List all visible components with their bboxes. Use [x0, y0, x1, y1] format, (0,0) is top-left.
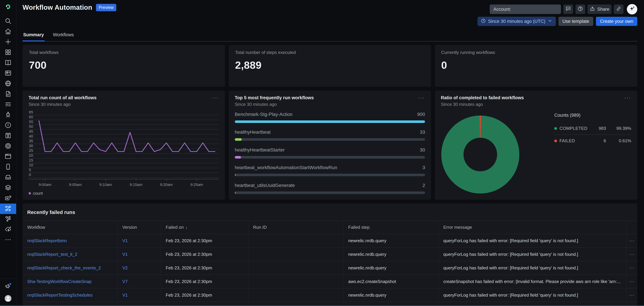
sidebar-item-apps-grid-icon[interactable] — [0, 47, 16, 58]
sidebar-icon-list — [0, 16, 16, 245]
line-chart-legend[interactable]: count — [28, 191, 219, 196]
bar-row-4[interactable]: heartbeat_workflowAutomationStartWorkflo… — [235, 165, 425, 176]
column-header-workflow[interactable]: Workflow — [22, 221, 118, 234]
sidebar-item-announcements-megaphone-icon[interactable] — [0, 282, 16, 291]
create-your-own-button[interactable]: Create your own — [596, 17, 637, 26]
svg-text:55: 55 — [29, 120, 33, 124]
topbar: Workflow Automation Preview Account: — [16, 0, 644, 41]
bar-row-2[interactable]: healthyHeartbeat33 — [235, 129, 425, 141]
column-header-run-id[interactable]: Run ID — [248, 221, 344, 234]
column-header-version[interactable]: Version — [118, 221, 161, 234]
sidebar-item-layers-stack-icon[interactable] — [0, 183, 16, 193]
row-menu-button[interactable]: ··· — [626, 261, 637, 275]
dashboards-icon — [4, 69, 12, 77]
column-header-failed-step[interactable]: Failed step — [344, 221, 439, 234]
link-icon — [616, 6, 622, 13]
browse-globe-icon — [4, 80, 12, 88]
account-picker-label: Account: — [494, 7, 511, 12]
chart-title: Ratio of completed to failed workflows — [441, 95, 524, 100]
cell-version-link[interactable]: V1 — [118, 288, 161, 302]
row-menu-button[interactable]: ··· — [626, 234, 637, 247]
alerts-octagon-icon — [4, 122, 12, 129]
help-icon — [578, 6, 583, 13]
help-button[interactable] — [576, 4, 585, 14]
cell-failed-on: Feb 23, 2026 at 2:30pm — [161, 275, 248, 288]
cell-workflow-link[interactable]: nrqlSlackReport_test_it_2 — [22, 248, 118, 261]
tab-summary[interactable]: Summary — [22, 30, 44, 41]
cell-version-link[interactable]: V1 — [118, 248, 161, 261]
card-menu-button[interactable]: ··· — [418, 95, 425, 100]
bar-row-5[interactable]: heartbeat_utilsUuidGenerate2 — [235, 183, 425, 194]
time-range-picker[interactable]: Since 30 minutes ago (UTC) — [478, 17, 556, 26]
row-menu-button[interactable]: ··· — [626, 248, 637, 261]
sidebar-item-dashboards-icon[interactable] — [0, 68, 16, 79]
legend-row-failed[interactable]: FAILED60.61% — [554, 135, 631, 147]
sidebar-item-infrastructure-hosts-icon[interactable] — [0, 131, 16, 141]
bar-label: healthyHeartbeatStarter — [235, 147, 285, 153]
table-title: Recently failed runs — [22, 203, 637, 221]
card-menu-button[interactable]: ··· — [624, 95, 631, 100]
sidebar-item-browse-globe-icon[interactable] — [0, 79, 16, 89]
bar-value: 3 — [422, 165, 425, 170]
bar-row-1[interactable]: Benchmark-Stg-Play-Action900 — [235, 112, 425, 123]
sidebar-item-logs-list-icon[interactable] — [0, 99, 16, 110]
column-header-error-message[interactable]: Error message — [439, 221, 626, 234]
sidebar-item-mobile-device-icon[interactable] — [0, 162, 16, 172]
sidebar-item-more-ellipsis-icon[interactable] — [0, 235, 16, 245]
sidebar-item-search-icon[interactable] — [0, 16, 16, 26]
cell-version-link[interactable]: V1 — [118, 234, 161, 247]
svg-text:35: 35 — [29, 139, 33, 143]
legend-row-completed[interactable]: COMPLETED98399.39% — [554, 122, 631, 135]
page-title-row: Workflow Automation Preview — [22, 4, 116, 11]
svg-text:50: 50 — [29, 125, 33, 129]
cell-workflow-link[interactable]: nrqlSlackReportbmn — [22, 234, 118, 247]
share-button[interactable]: Share — [588, 4, 612, 14]
sidebar-item-apm-target-icon[interactable] — [0, 141, 16, 151]
infrastructure-hosts-icon — [4, 132, 12, 140]
copy-link-button[interactable] — [614, 4, 624, 14]
svg-text:9:25am: 9:25am — [190, 183, 203, 187]
bar-label: healthyHeartbeat — [235, 129, 270, 135]
ai-robot-icon — [4, 111, 12, 119]
card-menu-button[interactable]: ··· — [212, 95, 219, 100]
cell-workflow-link[interactable]: Sha-TestingWorkflowCreateSnap — [22, 275, 118, 288]
feedback-button[interactable] — [563, 4, 573, 14]
card-header: Top 5 most frequently run workflows Sinc… — [235, 95, 425, 107]
sidebar-item-docs-book-icon[interactable] — [0, 58, 16, 68]
cell-workflow-link[interactable]: nrqlSlackReport_check_the_events_2 — [22, 261, 118, 275]
donut-chart-card: Ratio of completed to failed workflows S… — [435, 90, 637, 200]
sidebar-item-cloud-cost-icon[interactable] — [0, 224, 16, 235]
cell-version-link[interactable]: V7 — [118, 275, 161, 288]
bar-track — [235, 156, 425, 159]
bar-row-3[interactable]: healthyHeartbeatStarter30 — [235, 147, 425, 159]
column-header-failed-on[interactable]: Failed on↓ — [161, 221, 248, 234]
cell-version-link[interactable]: V2 — [118, 261, 161, 275]
sidebar-item-user-avatar[interactable] — [0, 294, 16, 303]
video-stream-icon — [4, 195, 12, 202]
cell-workflow-link[interactable]: nrqlSlackReportTestingSchedules — [22, 288, 118, 302]
billboard-label: Total number of steps executed — [235, 50, 425, 55]
row-menu-button[interactable]: ··· — [626, 275, 637, 288]
sidebar-item-browser-window-icon[interactable] — [0, 151, 16, 162]
feedback-icon — [565, 6, 571, 13]
cell-failed-on: Feb 23, 2026 at 2:30pm — [161, 288, 248, 302]
sidebar-item-workflow-automation-icon[interactable] — [0, 204, 16, 214]
sidebar-item-document-icon[interactable] — [0, 89, 16, 99]
bar-fill — [235, 174, 236, 176]
tab-workflows[interactable]: Workflows — [52, 30, 74, 41]
sidebar-item-home-icon[interactable] — [0, 26, 16, 37]
ai-assistant-button[interactable] — [627, 4, 637, 14]
sidebar-item-inbox-icon[interactable] — [0, 172, 16, 183]
sidebar-item-service-map-icon[interactable] — [0, 214, 16, 224]
new-relic-logo[interactable] — [4, 0, 12, 16]
sidebar-item-ai-robot-icon[interactable] — [0, 110, 16, 120]
sidebar-item-alerts-octagon-icon[interactable] — [0, 120, 16, 131]
use-template-button[interactable]: Use template — [558, 17, 593, 26]
account-picker[interactable]: Account: — [490, 4, 561, 14]
sidebar-item-add-data-icon[interactable] — [0, 37, 16, 47]
billboard-label: Total workflows — [29, 50, 219, 55]
sidebar-item-video-stream-icon[interactable] — [0, 193, 16, 204]
cell-failed-on: Feb 23, 2026 at 2:30pm — [161, 261, 248, 275]
row-menu-button[interactable]: ··· — [626, 288, 637, 302]
svg-text:60: 60 — [29, 115, 33, 119]
